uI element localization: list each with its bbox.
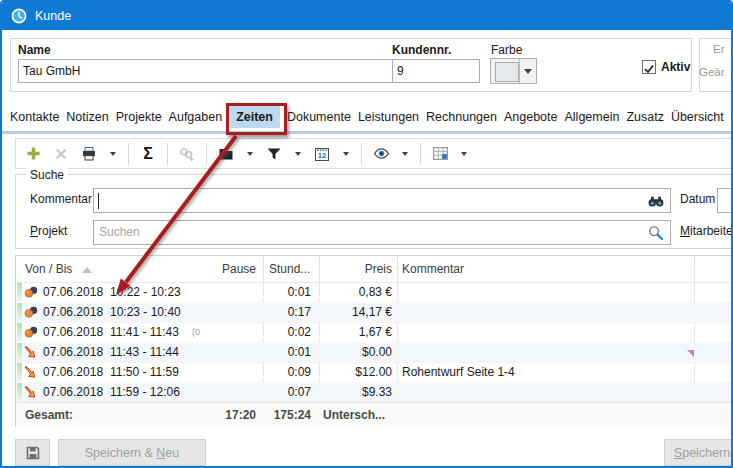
projekt-placeholder: Suchen (99, 225, 140, 239)
projekt-label: Projekt (30, 224, 67, 238)
row-status-strip (17, 343, 22, 361)
gesamt-label: Gesamt: (25, 408, 73, 422)
delete-button[interactable] (52, 145, 70, 163)
billing-arrow-icon (24, 385, 38, 399)
kundennr-input[interactable] (392, 59, 480, 83)
filter-dropdown[interactable] (293, 145, 303, 163)
tab-dokumente[interactable]: Dokumente (287, 106, 351, 128)
printer-icon (81, 146, 97, 162)
datum-label: Datum (680, 192, 715, 206)
tab-kontakte[interactable]: Kontakte (10, 106, 59, 128)
projekt-search-input[interactable]: Suchen (93, 220, 671, 245)
add-link-icon (179, 146, 195, 162)
table-row[interactable]: 07.06.2018 10:23 - 10:40 0:17 14,17 € (16, 302, 732, 323)
farbe-color-picker[interactable] (490, 58, 537, 84)
calendar-button[interactable]: 12 (313, 145, 331, 163)
row-status-strip (17, 383, 22, 401)
row-status-strip (17, 303, 22, 321)
folder-dropdown[interactable] (245, 145, 255, 163)
table-row[interactable]: 07.06.2018 10:22 - 10:23 0:01 0,83 € (16, 282, 732, 303)
eye-icon (373, 145, 390, 162)
meta-line2: Geär (699, 66, 725, 78)
filter-icon (266, 146, 282, 162)
timer-entry-icon (24, 285, 38, 299)
pause-total: 17:20 (196, 408, 256, 422)
farbe-dropdown-arrow[interactable] (519, 59, 536, 83)
text-caret (98, 193, 99, 209)
app-clock-icon (11, 8, 27, 24)
preis-total: Untersch... (323, 408, 385, 422)
view-dropdown[interactable] (400, 145, 410, 163)
save-disk-icon (25, 445, 41, 461)
calendar-dropdown[interactable] (341, 145, 351, 163)
meta-line1: Er (713, 43, 725, 55)
grid-layout-dropdown[interactable] (459, 145, 469, 163)
tab-zeiten[interactable]: Zeiten (229, 106, 280, 128)
window-titlebar[interactable]: Kunde (2, 2, 731, 30)
datum-input[interactable] (717, 188, 733, 213)
timer-entry-icon (24, 305, 38, 319)
kommentar-search-input[interactable] (93, 188, 671, 213)
add-button[interactable] (24, 145, 42, 163)
tab-allgemein[interactable]: Allgemein (564, 106, 619, 128)
aktiv-label: Aktiv (661, 60, 690, 74)
row-status-strip (17, 323, 22, 341)
tab-uebersicht[interactable]: Übersicht (671, 106, 724, 128)
table-row[interactable]: 07.06.2018 11:41 - 11:43 (0 0:02 1,67 € (16, 322, 732, 343)
zeiten-toolbar: Σ 12 (15, 138, 733, 169)
kommentar-label: Kommentar (30, 192, 92, 206)
sort-asc-icon (82, 267, 92, 273)
tab-zusatz[interactable]: Zusatz (626, 106, 664, 128)
table-row[interactable]: 07.06.2018 11:50 - 11:59 0:09 $12.00 Roh… (16, 362, 732, 383)
tab-bar: Kontakte Notizen Projekte Aufgaben Zeite… (10, 101, 724, 132)
svg-text:12: 12 (318, 151, 326, 160)
sum-button[interactable]: Σ (139, 145, 157, 163)
billing-arrow-icon (24, 365, 38, 379)
col-pause[interactable]: Pause (196, 262, 256, 276)
tab-projekte[interactable]: Projekte (116, 106, 162, 128)
close-icon (54, 147, 68, 161)
open-folder-button[interactable] (217, 145, 235, 163)
name-input[interactable] (18, 59, 398, 83)
col-kommentar[interactable]: Kommentar (402, 262, 464, 276)
folder-icon (218, 146, 234, 162)
tab-angebote[interactable]: Angebote (504, 106, 558, 128)
tab-rechnungen[interactable]: Rechnungen (426, 106, 497, 128)
tab-notizen[interactable]: Notizen (66, 106, 108, 128)
window-title: Kunde (35, 9, 71, 23)
tab-underline (2, 131, 733, 134)
search-group-label: Suche (26, 168, 68, 182)
tab-aufgaben[interactable]: Aufgaben (169, 106, 223, 128)
billing-arrow-icon (24, 345, 38, 359)
view-button[interactable] (372, 145, 390, 163)
speichern-button[interactable]: Speichern (664, 439, 733, 466)
save-icon-button[interactable] (15, 439, 50, 466)
farbe-label: Farbe (491, 43, 522, 57)
col-von-bis[interactable]: Von / Bis (25, 262, 92, 276)
kunde-window: Kunde Name Kundennr. Farbe Aktiv Er Geär… (0, 0, 733, 468)
stunden-total: 175:24 (251, 408, 311, 422)
table-row[interactable]: 07.06.2018 11:43 - 11:44 0:01 $0.00 (16, 342, 732, 363)
note-marker (687, 350, 694, 357)
magnifier-icon[interactable] (647, 224, 665, 242)
grid-icon (432, 145, 449, 162)
table-header: Von / Bis Pause Stund... Preis Kommentar (16, 256, 732, 283)
table-row[interactable]: 07.06.2018 11:59 - 12:06 0:07 $9.33 (16, 382, 732, 403)
tab-leistungen[interactable]: Leistungen (358, 106, 419, 128)
filter-button[interactable] (265, 145, 283, 163)
print-dropdown[interactable] (108, 145, 118, 163)
col-preis[interactable]: Preis (316, 262, 392, 276)
kundennr-label: Kundennr. (392, 43, 451, 57)
plus-icon (26, 146, 41, 161)
speichern-neu-button[interactable]: Speichern & Neu (58, 439, 206, 466)
add-link-button[interactable] (178, 145, 196, 163)
grid-layout-button[interactable] (431, 145, 449, 163)
mitarbeiter-label: Mitarbeiter (680, 224, 733, 238)
print-button[interactable] (80, 145, 98, 163)
col-stunden[interactable]: Stund... (269, 262, 310, 276)
row-flag: (0 (192, 327, 200, 337)
times-table: Von / Bis Pause Stund... Preis Kommentar… (15, 255, 733, 427)
name-label: Name (18, 43, 51, 57)
aktiv-checkbox[interactable] (642, 60, 656, 74)
binoculars-icon[interactable] (647, 192, 665, 210)
